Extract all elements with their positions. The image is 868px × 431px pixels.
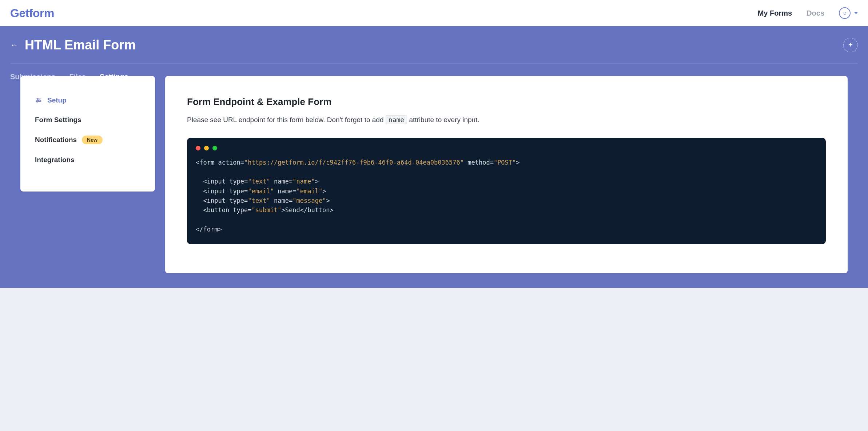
sidebar-item-label: Setup [47, 96, 67, 104]
code-input2-name: message [296, 197, 322, 204]
back-arrow-icon[interactable]: ← [10, 40, 18, 50]
code-input0-type: text [252, 178, 267, 185]
sidebar-item-label: Integrations [35, 156, 75, 164]
sidebar-item-setup[interactable]: Setup [20, 90, 155, 110]
header-band: ← HTML Email Form + Submissions Files Se… [0, 26, 868, 288]
sidebar-item-notifications[interactable]: Notifications New [20, 130, 155, 150]
brand-logo[interactable]: Getform [10, 7, 54, 20]
code-block: <form action="https://getform.io/f/c942f… [196, 158, 817, 234]
window-traffic-lights [196, 146, 817, 150]
svg-point-0 [844, 12, 844, 13]
add-button[interactable]: + [843, 38, 858, 52]
traffic-green-icon [212, 146, 217, 150]
section-description: Please see URL endpoint for this form be… [187, 115, 826, 125]
svg-point-3 [37, 98, 38, 100]
code-button-text: Send [285, 206, 300, 214]
inline-code-name: name [386, 115, 407, 124]
svg-point-5 [39, 100, 40, 101]
sidebar-item-integrations[interactable]: Integrations [20, 150, 155, 170]
settings-sidebar: Setup Form Settings Notifications New In… [20, 76, 155, 192]
code-button-type: submit [255, 206, 278, 214]
code-input1-type: email [252, 188, 270, 195]
avatar-icon [839, 7, 851, 19]
nav-my-forms[interactable]: My Forms [758, 9, 792, 17]
sidebar-item-label: Form Settings [35, 116, 81, 124]
main-panel: Form Endpoint & Example Form Please see … [165, 76, 848, 273]
code-input1-name: email [300, 188, 319, 195]
code-method: POST [497, 159, 512, 166]
plus-icon: + [848, 41, 853, 49]
code-input2-type: text [252, 197, 267, 204]
svg-point-1 [845, 12, 846, 13]
sidebar-item-form-settings[interactable]: Form Settings [20, 110, 155, 130]
svg-point-7 [37, 101, 38, 102]
nav-docs[interactable]: Docs [807, 9, 824, 17]
sliders-icon [35, 97, 42, 104]
code-action-url: https://getform.io/f/c942ff76-f9b6-46f0-… [248, 159, 460, 166]
page-title: HTML Email Form [25, 37, 136, 53]
account-menu[interactable] [839, 7, 858, 19]
code-input0-name: name [296, 178, 311, 185]
top-nav: Getform My Forms Docs [0, 0, 868, 26]
code-example: <form action="https://getform.io/f/c942f… [187, 138, 826, 245]
new-badge: New [82, 136, 103, 144]
traffic-yellow-icon [204, 146, 209, 150]
sidebar-item-label: Notifications [35, 136, 77, 144]
traffic-red-icon [196, 146, 200, 150]
top-nav-right: My Forms Docs [758, 7, 858, 19]
section-heading: Form Endpoint & Example Form [187, 96, 826, 108]
chevron-down-icon [854, 12, 858, 14]
desc-text-after: attribute to every input. [407, 116, 479, 124]
desc-text-before: Please see URL endpoint for this form be… [187, 116, 386, 124]
